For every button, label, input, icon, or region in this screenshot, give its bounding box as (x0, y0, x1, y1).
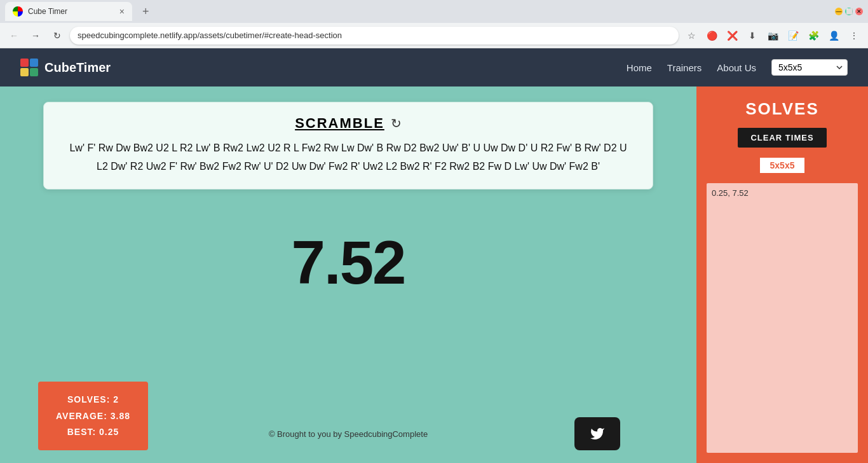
new-tab-button[interactable]: + (137, 5, 154, 18)
solves-list: 0.25, 7.52 (707, 183, 858, 453)
scramble-header: SCRAMBLE ↻ (64, 115, 632, 132)
app-header: CubeTimer Home Trainers About Us 2x2x2 3… (0, 48, 868, 86)
twitter-button[interactable] (574, 417, 620, 450)
logo-cell-1 (20, 59, 29, 67)
logo-cell-2 (30, 59, 38, 67)
minimize-button[interactable]: — (835, 8, 843, 15)
browser-toolbar: ← → ↻ ☆ 🔴 ❌ ⬇ 📷 📝 🧩 👤 ⋮ (0, 23, 868, 48)
solves-sidebar: SOLVES CLEAR TIMES 5x5x5 0.25, 7.52 (696, 86, 868, 463)
app-logo-title: CubeTimer (44, 60, 111, 75)
solve-entry[interactable]: 0.25, 7.52 (712, 188, 853, 198)
extension-icon-2[interactable]: ❌ (723, 27, 741, 45)
extension-icon-1[interactable]: 🔴 (703, 27, 721, 45)
solves-stat: SOLVES: 2 (56, 392, 130, 408)
menu-button[interactable]: ⋮ (845, 27, 863, 45)
cube-badge: 5x5x5 (759, 156, 806, 174)
solves-value: 2 (113, 394, 119, 404)
average-value: 3.88 (111, 411, 130, 421)
forward-button[interactable]: → (27, 27, 44, 45)
extension-icon-4[interactable]: 📷 (764, 27, 782, 45)
nav-trainers[interactable]: Trainers (667, 62, 702, 73)
extension-icon-6[interactable]: 🧩 (804, 27, 822, 45)
maximize-button[interactable]: ⬜ (845, 8, 853, 15)
scramble-refresh-icon[interactable]: ↻ (391, 116, 402, 131)
tab-close-button[interactable]: × (119, 6, 125, 17)
main-content: SCRAMBLE ↻ Lw' F' Rw Dw Bw2 U2 L R2 Lw' … (0, 86, 868, 463)
average-stat: AVERAGE: 3.88 (56, 408, 130, 424)
scramble-box: SCRAMBLE ↻ Lw' F' Rw Dw Bw2 U2 L R2 Lw' … (43, 102, 653, 190)
address-bar[interactable] (70, 27, 679, 45)
timer-display[interactable]: 7.52 (292, 228, 405, 298)
logo-cell-4 (30, 68, 38, 76)
bookmark-button[interactable]: ☆ (682, 27, 700, 45)
main-nav: Home Trainers About Us 2x2x2 3x3x3 4x4x4… (627, 59, 848, 76)
scramble-text: Lw' F' Rw Dw Bw2 U2 L R2 Lw' B Rw2 Lw2 U… (64, 139, 632, 176)
reload-button[interactable]: ↻ (48, 27, 66, 45)
best-value: 0.25 (99, 427, 119, 437)
back-button[interactable]: ← (5, 27, 23, 45)
window-controls: — ⬜ ✕ (835, 8, 863, 15)
tab-favicon (13, 6, 23, 17)
close-button[interactable]: ✕ (855, 8, 863, 15)
twitter-icon (590, 426, 605, 441)
nav-about[interactable]: About Us (717, 62, 756, 73)
toolbar-icons: ☆ 🔴 ❌ ⬇ 📷 📝 🧩 👤 ⋮ (682, 27, 863, 45)
best-label: BEST: (67, 427, 96, 437)
tab-title: Cube Timer (28, 7, 114, 16)
cube-selector[interactable]: 2x2x2 3x3x3 4x4x4 5x5x5 6x6x6 7x7x7 (771, 59, 848, 76)
browser-titlebar: Cube Timer × + — ⬜ ✕ (0, 0, 868, 23)
nav-home[interactable]: Home (627, 62, 652, 73)
browser-chrome: Cube Timer × + — ⬜ ✕ ← → ↻ ☆ 🔴 ❌ ⬇ 📷 📝 🧩… (0, 0, 868, 48)
browser-tab[interactable]: Cube Timer × (5, 2, 132, 21)
extension-icon-3[interactable]: ⬇ (743, 27, 761, 45)
best-stat: BEST: 0.25 (56, 424, 130, 440)
logo-cube-icon (20, 59, 38, 76)
solves-title: SOLVES (745, 99, 819, 119)
logo-cell-3 (20, 68, 29, 76)
extension-icon-5[interactable]: 📝 (784, 27, 802, 45)
footer-text: © Brought to you by SpeedcubingComplete (269, 429, 428, 439)
solves-label: SOLVES: (67, 394, 110, 404)
timer-area[interactable]: SCRAMBLE ↻ Lw' F' Rw Dw Bw2 U2 L R2 Lw' … (0, 86, 696, 463)
scramble-title: SCRAMBLE (295, 115, 384, 132)
average-label: AVERAGE: (56, 411, 107, 421)
clear-times-button[interactable]: CLEAR TIMES (738, 128, 826, 148)
logo-area: CubeTimer (20, 59, 111, 76)
profile-button[interactable]: 👤 (825, 27, 843, 45)
stats-box: SOLVES: 2 AVERAGE: 3.88 BEST: 0.25 (38, 382, 148, 450)
